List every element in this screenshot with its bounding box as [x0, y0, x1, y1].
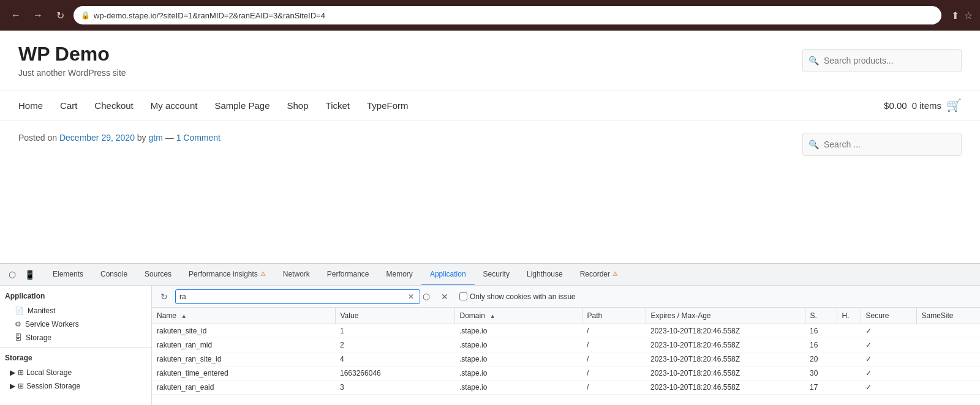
forward-button[interactable]: → — [29, 7, 47, 24]
tab-sources[interactable]: Sources — [136, 264, 180, 286]
post-date-link[interactable]: December 29, 2020 — [59, 133, 135, 143]
sidebar-group-session-storage[interactable]: ▶ ⊞ Session Storage — [0, 379, 151, 393]
sidebar-item-service-workers[interactable]: ⚙ Service Workers — [0, 318, 151, 331]
cell-secure: ✓ — [861, 381, 916, 395]
col-header-value[interactable]: Value — [335, 308, 454, 324]
brand: WP Demo Just another WordPress site — [18, 43, 126, 78]
cell-samesite — [916, 324, 980, 338]
cell-name: rakuten_site_id — [152, 324, 335, 338]
clear-cookies-button[interactable]: ✕ — [437, 289, 452, 304]
nav-checkout[interactable]: Checkout — [94, 100, 133, 111]
nav-sample-page[interactable]: Sample Page — [214, 100, 270, 111]
cell-httponly — [837, 324, 861, 338]
back-button[interactable]: ← — [7, 7, 24, 24]
browser-chrome: ← → ↻ 🔒 wp-demo.stape.io/?siteID=1&ranMI… — [0, 0, 980, 31]
session-storage-grid-icon: ⊞ — [18, 382, 24, 390]
col-header-expires[interactable]: Expires / Max-Age — [646, 308, 805, 324]
post-author-link[interactable]: gtm — [149, 133, 163, 143]
url-text: wp-demo.stape.io/?siteID=1&ranMID=2&ranE… — [94, 11, 325, 20]
nav-shop[interactable]: Shop — [287, 100, 309, 111]
sidebar-manifest-label: Manifest — [28, 307, 55, 315]
cookies-table: Name ▲ Value Domain ▲ Path Expires / Max… — [152, 308, 980, 405]
cell-expires: 2023-10-20T18:20:46.558Z — [646, 324, 805, 338]
table-row[interactable]: rakuten_ran_mid 2 .stape.io / 2023-10-20… — [152, 338, 980, 352]
tab-lighthouse[interactable]: Lighthouse — [518, 264, 571, 286]
bookmark-button[interactable]: ☆ — [964, 10, 973, 21]
cart-icon[interactable]: 🛒 — [946, 98, 962, 113]
search-products-input[interactable] — [802, 49, 962, 72]
col-header-size[interactable]: S. — [805, 308, 837, 324]
nav-typeform[interactable]: TypeForm — [367, 100, 409, 111]
tab-elements[interactable]: Elements — [44, 264, 92, 286]
cell-expires: 2023-10-20T18:20:46.558Z — [646, 338, 805, 352]
sort-icon-domain: ▲ — [489, 313, 496, 319]
col-header-secure[interactable]: Secure — [861, 308, 916, 324]
cell-samesite — [916, 366, 980, 381]
cart-items-count: 0 items — [912, 100, 941, 111]
reload-button[interactable]: ↻ — [51, 7, 69, 24]
search-sidebar-input[interactable] — [802, 133, 962, 156]
cell-secure: ✓ — [861, 352, 916, 366]
search-sidebar-icon: 🔍 — [809, 139, 819, 149]
devtools-tabs-bar: ⬡ 📱 Elements Console Sources Performance… — [0, 264, 980, 286]
col-header-path[interactable]: Path — [582, 308, 646, 324]
cell-value: 4 — [335, 352, 454, 366]
devtools-dock-inspect[interactable]: ⬡ — [5, 267, 20, 282]
cart-price: $0.00 — [884, 100, 907, 111]
devtools-dock-buttons: ⬡ 📱 — [5, 267, 37, 282]
cart-area: $0.00 0 items 🛒 — [884, 98, 962, 113]
nav-links: Home Cart Checkout My account Sample Pag… — [18, 100, 409, 111]
address-bar[interactable]: 🔒 wp-demo.stape.io/?siteID=1&ranMID=2&ra… — [74, 6, 941, 24]
nav-home[interactable]: Home — [18, 100, 43, 111]
nav-ticket[interactable]: Ticket — [326, 100, 350, 111]
cell-secure: ✓ — [861, 324, 916, 338]
cell-httponly — [837, 366, 861, 381]
issue-filter: Only show cookies with an issue — [459, 292, 576, 301]
cookies-filter-input[interactable] — [175, 289, 420, 304]
nav-my-account[interactable]: My account — [151, 100, 198, 111]
table-row[interactable]: rakuten_site_id 1 .stape.io / 2023-10-20… — [152, 324, 980, 338]
devtools-dock-device[interactable]: 📱 — [22, 267, 37, 282]
sidebar-group-local-storage[interactable]: ▶ ⊞ Local Storage — [0, 366, 151, 379]
only-issues-checkbox[interactable] — [459, 292, 467, 300]
cell-domain: .stape.io — [454, 338, 582, 352]
only-issues-label: Only show cookies with an issue — [470, 292, 576, 301]
manifest-icon: 📄 — [15, 307, 24, 315]
cell-name: rakuten_ran_site_id — [152, 352, 335, 366]
tab-performance[interactable]: Performance — [318, 264, 378, 286]
cell-name: rakuten_time_entered — [152, 366, 335, 381]
nav-cart[interactable]: Cart — [60, 100, 77, 111]
sidebar-local-storage-label: Local Storage — [26, 368, 72, 377]
tab-memory[interactable]: Memory — [378, 264, 421, 286]
cell-secure: ✓ — [861, 338, 916, 352]
cell-size: 16 — [805, 338, 837, 352]
clear-filter-button[interactable]: ✕ — [407, 291, 415, 302]
col-header-domain[interactable]: Domain ▲ — [454, 308, 582, 324]
cell-path: / — [582, 338, 646, 352]
share-button[interactable]: ⬆ — [951, 10, 959, 21]
table-row[interactable]: rakuten_time_entered 1663266046 .stape.i… — [152, 366, 980, 381]
table-row[interactable]: rakuten_ran_site_id 4 .stape.io / 2023-1… — [152, 352, 980, 366]
cell-httponly — [837, 352, 861, 366]
col-header-name[interactable]: Name ▲ — [152, 308, 335, 324]
tab-recorder[interactable]: Recorder ⚠ — [571, 264, 627, 286]
filter-button[interactable]: ⬡ — [419, 289, 434, 304]
col-header-samesite[interactable]: SameSite — [916, 308, 980, 324]
tab-console[interactable]: Console — [92, 264, 136, 286]
col-header-httponly[interactable]: H. — [837, 308, 861, 324]
cell-domain: .stape.io — [454, 352, 582, 366]
tab-performance-insights[interactable]: Performance insights ⚠ — [180, 264, 274, 286]
refresh-button[interactable]: ↻ — [157, 289, 172, 304]
cell-size: 30 — [805, 366, 837, 381]
post-comments-link[interactable]: 1 Comment — [176, 133, 221, 143]
tab-security[interactable]: Security — [475, 264, 518, 286]
sidebar-item-manifest[interactable]: 📄 Manifest — [0, 304, 151, 318]
tab-network[interactable]: Network — [274, 264, 318, 286]
tab-application[interactable]: Application — [421, 264, 475, 286]
site-area: WP Demo Just another WordPress site 🔍 Ho… — [0, 31, 980, 263]
table-row[interactable]: rakuten_ran_eaid 3 .stape.io / 2023-10-2… — [152, 381, 980, 395]
devtools-panel: ⬡ 📱 Elements Console Sources Performance… — [0, 263, 980, 405]
sidebar-section-storage: Storage — [0, 350, 151, 366]
sidebar-storage-label: Storage — [26, 333, 51, 342]
sidebar-item-storage[interactable]: 🗄 Storage — [0, 331, 151, 344]
